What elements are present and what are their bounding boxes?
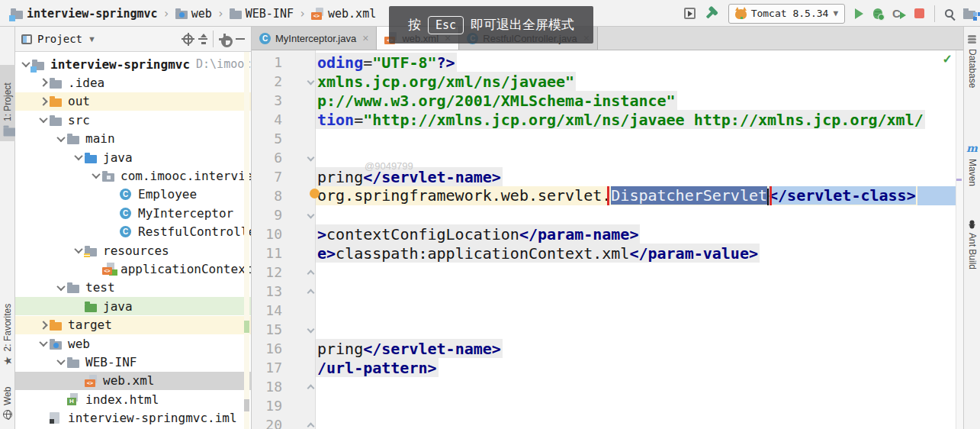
code-line-1[interactable]: 1oding="UTF-8"?> [252,53,956,72]
code-line-3[interactable]: 3p://www.w3.org/2001/XMLSchema-instance" [252,91,956,110]
code-line-4[interactable]: 4tion="http://xmlns.jcp.org/xml/ns/javae… [252,110,956,129]
breadcrumb-item[interactable]: interview-springmvc [27,7,158,21]
project-structure-icon[interactable] [963,11,975,19]
fold-down-icon[interactable] [307,326,315,334]
stripe-item-structure[interactable]: Structure [0,424,15,429]
chevron-down-icon[interactable] [39,115,47,123]
chevron-down-icon[interactable] [74,245,82,253]
code-line-11[interactable]: 11e>classpath:applicationContext.xml</pa… [252,244,956,263]
fold-gutter [288,282,316,301]
chevron-down-icon[interactable] [39,338,47,347]
tree-item-test[interactable]: test [15,279,251,297]
search-icon[interactable] [945,9,953,18]
build-hammer-icon[interactable] [702,4,721,22]
maven-icon [967,143,978,154]
code-run: xmlns.jcp.org/xml/ns/javaee" [316,72,576,91]
fold-down-icon[interactable] [307,154,315,162]
fold-up-icon[interactable] [307,423,315,429]
code-line-13[interactable]: 13 [252,282,956,301]
tree-scrollbar[interactable] [244,52,249,429]
debug-button[interactable] [873,8,882,19]
code-line-12[interactable]: 12 [252,263,956,282]
chevron-right-icon[interactable] [39,321,47,329]
hide-panel-icon[interactable] [236,38,245,40]
run-tool-window-icon[interactable] [684,8,696,19]
code-line-7[interactable]: 7pring</servlet-name> [252,167,956,186]
tree-item-out[interactable]: out [15,92,251,111]
tree-item-src[interactable]: src [15,111,251,129]
code-line-16[interactable]: 16pring</servlet-name> [252,339,956,358]
stripe-item-database[interactable]: Database [964,33,980,124]
fold-down-icon[interactable] [307,211,315,219]
chevron-down-icon[interactable] [56,356,65,365]
chevron-right-icon[interactable] [39,79,47,87]
fold-down-icon[interactable] [307,78,315,85]
tree-item-web.xml[interactable]: web.xml [15,372,251,390]
code-line-19[interactable]: 19 [252,396,956,415]
tree-item-target[interactable]: target [15,316,251,334]
code-run: org.springframework.web.servlet.Dispatch… [316,186,917,205]
code-line-8[interactable]: 8org.springframework.web.servlet.Dispatc… [252,186,956,205]
tree-item-interview-springmvc[interactable]: interview-springmvcD:\imooc\面试 [15,55,251,73]
code-lines[interactable]: 1oding="UTF-8"?>2xmlns.jcp.org/xml/ns/ja… [252,53,956,429]
tree-item-java[interactable]: java [15,148,251,166]
collapse-all-icon[interactable] [198,34,207,44]
code-line-2[interactable]: 2xmlns.jcp.org/xml/ns/javaee" [252,72,956,91]
chevron-down-icon[interactable] [74,152,82,160]
breadcrumb-item[interactable]: WEB-INF [246,7,294,21]
tree-item-java[interactable]: java [15,297,251,315]
tree-item-MyInterceptor[interactable]: MyInterceptor [15,204,251,222]
fold-up-icon[interactable] [307,289,315,297]
code-line-9[interactable]: 9 [252,205,956,224]
stripe-item-1-project[interactable]: 1: Project [0,65,15,141]
code-line-17[interactable]: 17/url-pattern> [252,358,956,377]
tree-item-index.html[interactable]: index.html [15,390,251,408]
chevron-right-icon[interactable] [39,97,47,105]
code-token: tion [317,111,354,129]
tree-item-.idea[interactable]: .idea [15,73,251,92]
breadcrumb-item[interactable]: web [191,7,212,21]
tree-item-web[interactable]: web [15,334,251,353]
breadcrumb-item[interactable]: web.xml [328,7,376,21]
gear-icon[interactable] [219,34,230,45]
editor-scrollbar[interactable] [956,50,963,429]
close-icon[interactable]: × [361,32,368,44]
chevron-down-icon[interactable] [92,170,100,179]
code-line-10[interactable]: 10>contextConfigLocation</param-name> [252,224,956,244]
code-line-14[interactable]: 14 [252,301,956,320]
locate-file-icon[interactable] [183,34,193,44]
code-line-6[interactable]: 6 [252,148,956,167]
run-with-coverage-button[interactable] [892,8,904,20]
tree-item-Employee[interactable]: Employee [15,185,251,204]
code-editor[interactable]: 1oding="UTF-8"?>2xmlns.jcp.org/xml/ns/ja… [252,50,963,429]
stripe-item-ant-build[interactable]: Ant Build [964,219,980,311]
fold-up-icon[interactable] [307,270,315,278]
run-configuration-select[interactable]: Tomcat 8.5.34 ▼ [728,4,845,24]
stripe-item-web[interactable]: Web [0,378,15,422]
run-button[interactable] [855,8,863,19]
stripe-item-maven[interactable]: Maven [964,140,980,231]
tree-item-main[interactable]: main [15,130,251,148]
code-line-15[interactable]: 15 [252,320,956,339]
tab-MyInterceptor.java[interactable]: MyInterceptor.java× [252,27,377,50]
code-line-5[interactable]: 5 [252,129,956,148]
tree-item-RestfulController[interactable]: RestfulController [15,223,251,241]
inspection-ok-icon[interactable]: ✓ [943,52,953,66]
tree-item-resources[interactable]: resources [15,241,251,260]
breakpoint-dot-icon[interactable] [310,189,320,198]
tree-item-WEB-INF[interactable]: WEB-INF [15,353,251,371]
iml-file-icon [50,412,66,424]
tree-item-com.imooc.interview.r[interactable]: com.imooc.interview.r [15,166,251,185]
chevron-down-icon[interactable] [56,282,65,291]
fold-up-icon[interactable] [307,385,315,392]
tree-item-interview-springmvc.iml[interactable]: interview-springmvc.iml [15,409,251,427]
tree-chevron-slot [90,173,102,179]
stop-button[interactable] [914,8,924,18]
tree-item-applicationContext.xml[interactable]: applicationContext.xml [15,260,251,278]
code-line-18[interactable]: 18 [252,377,956,396]
chevron-down-icon[interactable] [21,59,30,67]
code-line-20[interactable]: 20 [252,415,956,429]
stripe-item-2-favorites[interactable]: ★2: Favorites [0,279,15,369]
chevron-down-icon[interactable]: ▼ [88,34,96,44]
chevron-down-icon[interactable] [56,134,65,142]
